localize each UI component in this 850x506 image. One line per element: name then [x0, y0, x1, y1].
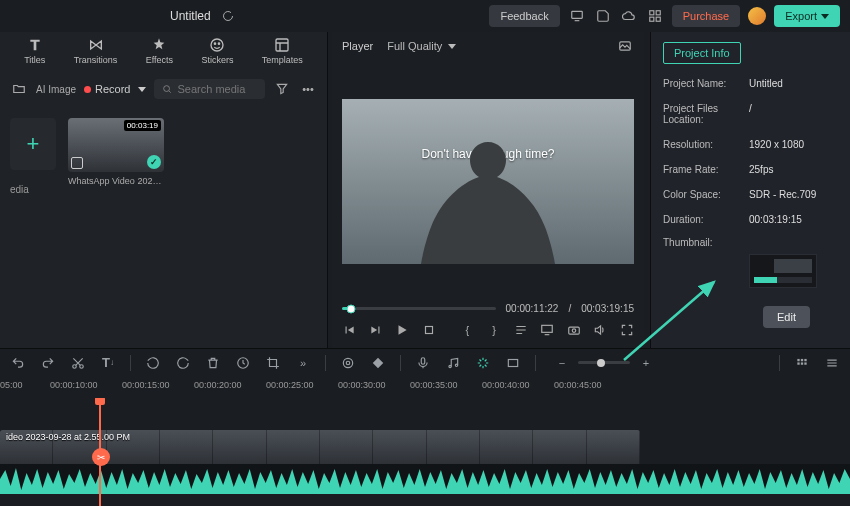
svg-rect-13: [568, 327, 579, 334]
mic-icon[interactable]: [415, 355, 431, 371]
svg-rect-1: [649, 11, 653, 15]
undo-icon[interactable]: [10, 355, 26, 371]
timeline-ruler[interactable]: 05:00 00:00:10:00 00:00:15:00 00:00:20:0…: [0, 376, 850, 398]
cloud-icon[interactable]: [620, 7, 638, 25]
snapshot-icon[interactable]: [616, 37, 634, 55]
time-current: 00:00:11:22: [506, 303, 559, 314]
media-thumbnail[interactable]: 00:03:19 ✓: [68, 118, 164, 172]
magic-icon[interactable]: [475, 355, 491, 371]
volume-icon[interactable]: [593, 322, 608, 338]
scrubber[interactable]: [342, 307, 496, 310]
thumbnail-preview: [749, 254, 817, 288]
monitor-icon[interactable]: [568, 7, 586, 25]
save-icon[interactable]: [594, 7, 612, 25]
tab-effects[interactable]: Effects: [146, 37, 173, 65]
zoom-slider[interactable]: [578, 361, 630, 364]
tab-transitions[interactable]: Transitions: [74, 37, 118, 65]
svg-rect-3: [649, 17, 653, 21]
video-viewport[interactable]: Don't have enough time?: [342, 99, 634, 264]
svg-rect-11: [425, 327, 432, 334]
crop-icon[interactable]: [265, 355, 281, 371]
svg-point-6: [215, 43, 216, 44]
media-item[interactable]: 00:03:19 ✓ WhatsApp Video 202…: [68, 118, 164, 186]
svg-rect-4: [656, 17, 660, 21]
avatar[interactable]: [748, 7, 766, 25]
ruler-tick: 00:00:15:00: [122, 380, 170, 390]
search-icon: [162, 83, 172, 95]
svg-rect-12: [542, 325, 553, 332]
mark-in-button[interactable]: {: [460, 322, 475, 338]
svg-rect-27: [804, 358, 806, 360]
next-frame-button[interactable]: [369, 322, 384, 338]
ruler-tick: 00:00:25:00: [266, 380, 314, 390]
audio-icon[interactable]: [445, 355, 461, 371]
settings-icon[interactable]: [824, 355, 840, 371]
grid-icon[interactable]: [646, 7, 664, 25]
svg-point-19: [346, 361, 350, 365]
audio-track[interactable]: [0, 464, 850, 494]
value-color-space: SDR - Rec.709: [749, 189, 816, 200]
value-project-name: Untitled: [749, 78, 783, 89]
svg-rect-21: [421, 357, 425, 363]
fullscreen-icon[interactable]: [619, 322, 634, 338]
svg-point-9: [163, 86, 169, 92]
quality-select[interactable]: Full Quality: [387, 40, 456, 52]
svg-rect-8: [276, 39, 288, 51]
scissors-icon[interactable]: ✂: [92, 448, 110, 466]
record-button[interactable]: Record: [84, 83, 145, 95]
search-field[interactable]: [177, 83, 257, 95]
svg-point-23: [455, 364, 457, 366]
track-view-icon[interactable]: [794, 355, 810, 371]
ruler-tick: 05:00: [0, 380, 23, 390]
list-icon[interactable]: [513, 322, 528, 338]
project-title-text: Untitled: [170, 9, 211, 23]
rotate-ccw-icon[interactable]: [145, 355, 161, 371]
marker-icon[interactable]: [340, 355, 356, 371]
folder-icon[interactable]: [10, 80, 28, 98]
aspect-icon[interactable]: [505, 355, 521, 371]
stop-button[interactable]: [422, 322, 437, 338]
player-panel: Player Full Quality Don't have enough ti…: [332, 32, 644, 348]
value-resolution: 1920 x 1080: [749, 139, 804, 150]
zoom-out-button[interactable]: −: [554, 355, 570, 371]
rotate-cw-icon[interactable]: [175, 355, 191, 371]
text-icon[interactable]: T↓: [100, 355, 116, 371]
speed-icon[interactable]: [235, 355, 251, 371]
redo-icon[interactable]: [40, 355, 56, 371]
video-track[interactable]: ideo 2023-09-28 at 2.55.00 PM: [0, 430, 850, 466]
zoom-thumb[interactable]: [597, 359, 605, 367]
more-icon[interactable]: •••: [299, 80, 317, 98]
add-media-button[interactable]: +: [10, 118, 56, 170]
tab-titles[interactable]: Titles: [24, 37, 45, 65]
tab-templates[interactable]: Templates: [262, 37, 303, 65]
feedback-button[interactable]: Feedback: [489, 5, 559, 27]
timeline[interactable]: ✂ ideo 2023-09-28 at 2.55.00 PM: [0, 398, 850, 506]
delete-icon[interactable]: [205, 355, 221, 371]
label-frame-rate: Frame Rate:: [663, 164, 749, 175]
tab-stickers[interactable]: Stickers: [201, 37, 233, 65]
export-button[interactable]: Export: [774, 5, 840, 27]
svg-point-22: [449, 365, 451, 367]
ai-image-button[interactable]: AI Image: [36, 80, 76, 98]
mark-out-button[interactable]: }: [487, 322, 502, 338]
play-button[interactable]: [395, 322, 410, 338]
edit-button[interactable]: Edit: [763, 306, 810, 328]
prev-frame-button[interactable]: [342, 322, 357, 338]
keyframe-icon[interactable]: [370, 355, 386, 371]
svg-point-5: [211, 39, 223, 51]
scrubber-thumb[interactable]: [347, 304, 356, 313]
value-location: /: [749, 103, 752, 125]
label-color-space: Color Space:: [663, 189, 749, 200]
player-label: Player: [342, 40, 373, 52]
filter-icon[interactable]: [273, 80, 291, 98]
breadcrumb: edia: [10, 184, 56, 195]
search-input[interactable]: [154, 79, 266, 99]
record-icon: [84, 86, 91, 93]
media-duration: 00:03:19: [124, 120, 161, 131]
cut-icon[interactable]: [70, 355, 86, 371]
camera-icon[interactable]: [566, 322, 581, 338]
more-tools-icon[interactable]: »: [295, 355, 311, 371]
display-icon[interactable]: [540, 322, 555, 338]
purchase-button[interactable]: Purchase: [672, 5, 740, 27]
zoom-in-button[interactable]: +: [638, 355, 654, 371]
